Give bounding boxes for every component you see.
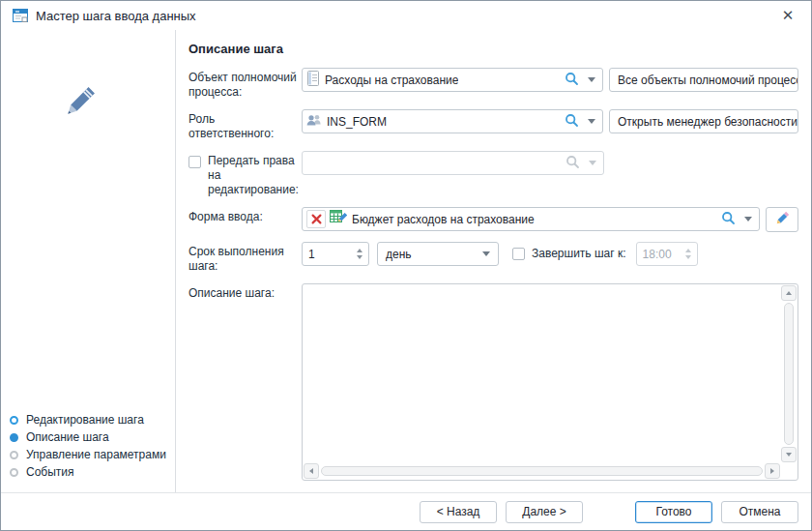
- step-bullet-current-icon: [10, 433, 18, 442]
- step-label: События: [26, 465, 74, 479]
- spinner-arrows-icon: [685, 249, 691, 259]
- pencil-icon: [773, 210, 791, 230]
- chevron-down-icon[interactable]: [588, 77, 595, 82]
- step-bullet-done-icon: [10, 416, 18, 425]
- duration-value: 1: [308, 248, 353, 261]
- chevron-down-icon: [589, 161, 596, 165]
- duration-unit-value: день: [386, 248, 477, 261]
- scroll-down-button[interactable]: [781, 447, 797, 462]
- wizard-window: Мастер шага ввода данных ✕: [0, 0, 812, 531]
- wizard-footer: < Назад Далее > Готово Отмена: [1, 492, 811, 530]
- search-icon[interactable]: [721, 211, 736, 228]
- titlebar: Мастер шага ввода данных ✕: [1, 1, 811, 30]
- finish-by-checkbox[interactable]: [512, 248, 525, 260]
- back-button[interactable]: < Назад: [420, 501, 497, 523]
- window-form-icon: [13, 9, 28, 22]
- finish-time-input: 18:00: [636, 242, 698, 266]
- step-bullet-pending-icon: [10, 451, 18, 459]
- step-item-editing[interactable]: Редактирование шага: [10, 413, 166, 427]
- scroll-left-button[interactable]: [304, 463, 319, 479]
- scroll-up-button[interactable]: [781, 285, 797, 301]
- step-label: Управление параметрами: [26, 448, 166, 461]
- chevron-down-icon[interactable]: [588, 119, 595, 124]
- process-object-row: Объект полномочий процесса: Расходы на с…: [188, 68, 798, 100]
- duration-input[interactable]: 1: [302, 242, 369, 266]
- search-icon[interactable]: [565, 113, 579, 131]
- transfer-rights-label: Передать права на редактирование:: [208, 154, 302, 197]
- duration-label: Срок выполнения шага:: [188, 242, 302, 274]
- scroll-right-button[interactable]: [765, 463, 780, 479]
- page-title: Описание шага: [188, 42, 798, 56]
- window-title: Мастер шага ввода данных: [36, 9, 196, 23]
- duration-row: Срок выполнения шага: 1 день Завершить ш…: [188, 242, 798, 274]
- chevron-down-icon[interactable]: [482, 251, 490, 256]
- responsible-role-label: Роль ответственного:: [188, 109, 302, 141]
- horizontal-scrollbar[interactable]: [304, 463, 780, 479]
- pencil-icon: [57, 80, 102, 128]
- input-form-field[interactable]: Бюджет расходов на страхование: [302, 207, 760, 231]
- wizard-sidebar: Редактирование шага Описание шага Управл…: [1, 30, 176, 492]
- input-form-row: Форма ввода:: [188, 207, 798, 232]
- step-item-description[interactable]: Описание шага: [10, 430, 166, 444]
- search-icon[interactable]: [565, 72, 579, 89]
- step-bullet-pending-icon: [10, 468, 18, 477]
- edit-form-button[interactable]: [766, 207, 798, 232]
- all-process-objects-button[interactable]: Все объекты полномочий процесса...: [609, 68, 798, 92]
- users-icon: [306, 113, 322, 130]
- description-textarea[interactable]: [302, 283, 798, 481]
- vertical-scroll-thumb[interactable]: [784, 303, 794, 445]
- step-label: Редактирование шага: [26, 413, 144, 427]
- step-item-parameters[interactable]: Управление параметрами: [10, 448, 166, 461]
- description-row: Описание шага:: [188, 283, 798, 481]
- step-label: Описание шага: [26, 430, 109, 444]
- finish-time-value: 18:00: [643, 248, 682, 261]
- input-form-value: Бюджет расходов на страхование: [352, 213, 535, 226]
- search-icon: [566, 155, 580, 172]
- step-item-events[interactable]: События: [10, 465, 166, 479]
- transfer-rights-row: Передать права на редактирование:: [188, 151, 798, 197]
- spinner-arrows-icon[interactable]: [357, 249, 362, 259]
- process-object-field[interactable]: Расходы на страхование: [302, 68, 603, 92]
- horizontal-scroll-thumb[interactable]: [321, 466, 763, 476]
- finish-button[interactable]: Готово: [635, 501, 712, 523]
- process-object-value: Расходы на страхование: [325, 74, 458, 87]
- process-object-label: Объект полномочий процесса:: [188, 68, 302, 100]
- close-icon[interactable]: ✕: [774, 4, 801, 27]
- transfer-rights-checkbox[interactable]: [188, 156, 201, 168]
- chevron-down-icon[interactable]: [744, 217, 752, 221]
- responsible-role-row: Роль ответственного: INS_FORM: [188, 109, 798, 141]
- wizard-steps: Редактирование шага Описание шага Управл…: [10, 409, 166, 483]
- cancel-button[interactable]: Отмена: [721, 501, 798, 523]
- input-form-label: Форма ввода:: [188, 207, 302, 224]
- description-label: Описание шага:: [188, 283, 302, 301]
- finish-by-label: Завершить шаг к:: [532, 247, 626, 260]
- responsible-role-field[interactable]: INS_FORM: [302, 109, 603, 133]
- next-button[interactable]: Далее >: [506, 501, 583, 523]
- document-icon: [306, 71, 320, 89]
- clear-red-x-icon[interactable]: [306, 210, 326, 228]
- responsible-role-value: INS_FORM: [327, 115, 387, 129]
- transfer-rights-field: [302, 151, 604, 175]
- form-grid-pencil-icon: [330, 210, 347, 228]
- step-description-page: Описание шага Объект полномочий процесса…: [176, 30, 811, 492]
- open-security-manager-button[interactable]: Открыть менеджер безопасности: [609, 109, 798, 133]
- duration-unit-select[interactable]: день: [377, 242, 499, 266]
- vertical-scrollbar[interactable]: [781, 285, 797, 462]
